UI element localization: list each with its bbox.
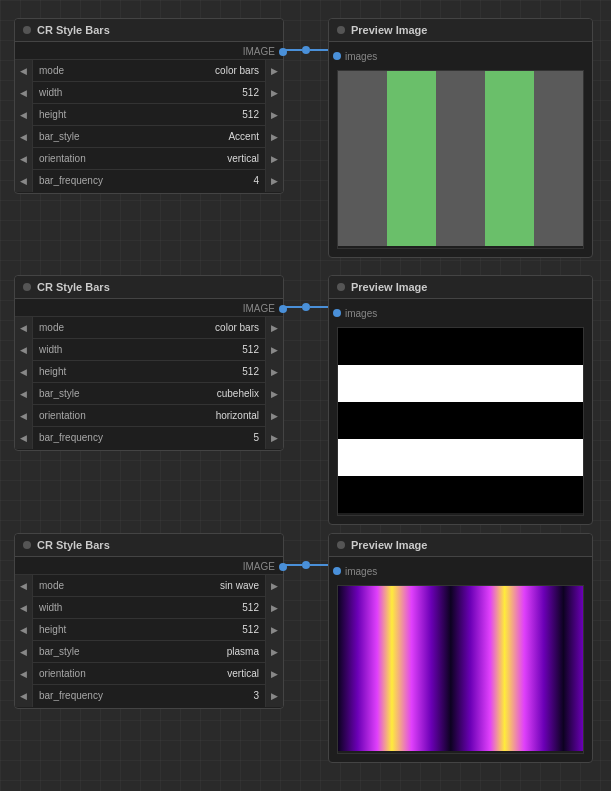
node2-height-arrow-left[interactable]: ◀ xyxy=(15,361,33,383)
node1-mode-arrow-left[interactable]: ◀ xyxy=(15,60,33,82)
node1-output-dot[interactable] xyxy=(279,48,287,56)
node1-width-arrow-right[interactable]: ▶ xyxy=(265,82,283,104)
node2-header-dot xyxy=(23,283,31,291)
node3-bar_frequency-label: bar_frequency xyxy=(33,690,149,701)
node2-row-mode: ◀ mode color bars ▶ xyxy=(15,316,283,338)
node1-title: CR Style Bars xyxy=(37,24,110,36)
node3-bar_style-arrow-right[interactable]: ▶ xyxy=(265,641,283,663)
node3-connection xyxy=(284,561,328,569)
node3-output-dot[interactable] xyxy=(279,563,287,571)
node3-orientation-arrow-right[interactable]: ▶ xyxy=(265,663,283,685)
node1-input-dot xyxy=(333,52,341,60)
node1-height-arrow-right[interactable]: ▶ xyxy=(265,104,283,126)
node2-preview-dot xyxy=(337,283,345,291)
node1-bar_style-value: Accent xyxy=(149,131,265,142)
node3-orientation-arrow-left[interactable]: ◀ xyxy=(15,663,33,685)
node1-header-dot xyxy=(23,26,31,34)
node3-connector-dot xyxy=(302,561,310,569)
node3-bar_frequency-arrow-right[interactable]: ▶ xyxy=(265,685,283,707)
node2-row-bar_style: ◀ bar_style cubehelix ▶ xyxy=(15,382,283,404)
node1-connection xyxy=(284,46,328,54)
node3-wrapper: CR Style Bars IMAGE ◀ mode sin wave ▶ ◀ … xyxy=(14,533,593,763)
node1-row-bar_style: ◀ bar_style Accent ▶ xyxy=(15,125,283,147)
node2-orientation-value: horizontal xyxy=(149,410,265,421)
node3-width-arrow-left[interactable]: ◀ xyxy=(15,597,33,619)
node2-width-value: 512 xyxy=(149,344,265,355)
node2-title: CR Style Bars xyxy=(37,281,110,293)
node1-mode-label: mode xyxy=(33,65,149,76)
node3-mode-arrow-left[interactable]: ◀ xyxy=(15,575,33,597)
node3-orientation-label: orientation xyxy=(33,668,149,679)
node1-wrapper: CR Style Bars IMAGE ◀ mode color bars ▶ … xyxy=(14,18,593,258)
node2-preview-input-label: images xyxy=(337,308,377,319)
node3-orientation-value: vertical xyxy=(149,668,265,679)
node3-title: CR Style Bars xyxy=(37,539,110,551)
node2-connection xyxy=(284,303,328,311)
node3-height-arrow-right[interactable]: ▶ xyxy=(265,619,283,641)
node2-output-dot[interactable] xyxy=(279,305,287,313)
node2-bar_style-arrow-right[interactable]: ▶ xyxy=(265,383,283,405)
node2-width-arrow-right[interactable]: ▶ xyxy=(265,339,283,361)
node2-orientation-arrow-left[interactable]: ◀ xyxy=(15,405,33,427)
svg-rect-4 xyxy=(534,71,583,246)
node1-bar_frequency-arrow-right[interactable]: ▶ xyxy=(265,170,283,192)
node1-preview-box: Preview Image images xyxy=(328,18,593,258)
node3-row-bar_frequency: ◀ bar_frequency 3 ▶ xyxy=(15,684,283,706)
node2-bar_frequency-arrow-right[interactable]: ▶ xyxy=(265,427,283,449)
node1-row-mode: ◀ mode color bars ▶ xyxy=(15,59,283,81)
node1-width-label: width xyxy=(33,87,149,98)
node1-width-arrow-left[interactable]: ◀ xyxy=(15,82,33,104)
node3-bar_style-arrow-left[interactable]: ◀ xyxy=(15,641,33,663)
node3-height-value: 512 xyxy=(149,624,265,635)
node2-bar_style-arrow-left[interactable]: ◀ xyxy=(15,383,33,405)
node3-width-value: 512 xyxy=(149,602,265,613)
node3-preview-dot xyxy=(337,541,345,549)
node2-mode-arrow-right[interactable]: ▶ xyxy=(265,317,283,339)
node3-body: IMAGE ◀ mode sin wave ▶ ◀ width 512 ▶ ◀ … xyxy=(15,557,283,708)
node3-mode-arrow-right[interactable]: ▶ xyxy=(265,575,283,597)
node2-box: CR Style Bars IMAGE ◀ mode color bars ▶ … xyxy=(14,275,284,451)
node1-height-arrow-left[interactable]: ◀ xyxy=(15,104,33,126)
node2-preview-body: images xyxy=(329,299,592,524)
node2-row-width: ◀ width 512 ▶ xyxy=(15,338,283,360)
node2-body: IMAGE ◀ mode color bars ▶ ◀ width 512 ▶ … xyxy=(15,299,283,450)
node1-width-value: 512 xyxy=(149,87,265,98)
node2-preview-box: Preview Image images xyxy=(328,275,593,525)
svg-rect-5 xyxy=(338,328,583,365)
svg-rect-9 xyxy=(338,476,583,513)
node1-orientation-arrow-left[interactable]: ◀ xyxy=(15,148,33,170)
node3-mode-value: sin wave xyxy=(149,580,265,591)
node3-row-orientation: ◀ orientation vertical ▶ xyxy=(15,662,283,684)
node1-connector-dot xyxy=(302,46,310,54)
svg-rect-8 xyxy=(338,439,583,476)
node1-bar_style-label: bar_style xyxy=(33,131,149,142)
node2-mode-arrow-left[interactable]: ◀ xyxy=(15,317,33,339)
node3-bar_frequency-arrow-left[interactable]: ◀ xyxy=(15,685,33,707)
node3-bar_style-label: bar_style xyxy=(33,646,149,657)
node1-bar_frequency-label: bar_frequency xyxy=(33,175,149,186)
svg-rect-3 xyxy=(485,71,534,246)
node1-preview-dot xyxy=(337,26,345,34)
node2-wrapper: CR Style Bars IMAGE ◀ mode color bars ▶ … xyxy=(14,275,593,525)
node3-connector-line2 xyxy=(310,564,328,566)
node1-mode-arrow-right[interactable]: ▶ xyxy=(265,60,283,82)
node2-height-arrow-right[interactable]: ▶ xyxy=(265,361,283,383)
node1-bar_style-arrow-left[interactable]: ◀ xyxy=(15,126,33,148)
node2-bar_frequency-arrow-left[interactable]: ◀ xyxy=(15,427,33,449)
node2-orientation-arrow-right[interactable]: ▶ xyxy=(265,405,283,427)
node3-row-mode: ◀ mode sin wave ▶ xyxy=(15,574,283,596)
node1-bar_frequency-arrow-left[interactable]: ◀ xyxy=(15,170,33,192)
node3-bar_frequency-value: 3 xyxy=(149,690,265,701)
node1-bar_style-arrow-right[interactable]: ▶ xyxy=(265,126,283,148)
node2-preview-input-row: images xyxy=(337,303,584,323)
node3-mode-label: mode xyxy=(33,580,149,591)
node3-preview-image xyxy=(337,585,584,754)
node2-connector-line2 xyxy=(310,306,328,308)
node3-width-arrow-right[interactable]: ▶ xyxy=(265,597,283,619)
node1-image-row: IMAGE xyxy=(15,44,283,59)
node1-orientation-arrow-right[interactable]: ▶ xyxy=(265,148,283,170)
node2-width-arrow-left[interactable]: ◀ xyxy=(15,339,33,361)
node3-height-arrow-left[interactable]: ◀ xyxy=(15,619,33,641)
node3-preview-input-label: images xyxy=(337,566,377,577)
node2-mode-label: mode xyxy=(33,322,149,333)
